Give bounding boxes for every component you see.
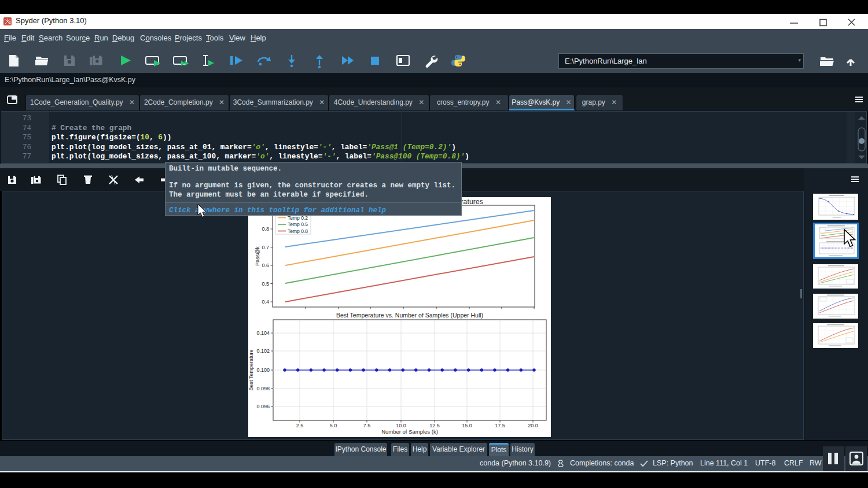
- svg-text:0.8: 0.8: [262, 226, 269, 232]
- svg-text:0.096: 0.096: [256, 404, 270, 409]
- svg-text:15.0: 15.0: [462, 423, 472, 428]
- svg-text:5.0: 5.0: [330, 423, 337, 428]
- svg-text:0.4: 0.4: [262, 299, 269, 305]
- svg-text:Number of Samples (k): Number of Samples (k): [381, 428, 438, 435]
- svg-text:Pass@k: Pass@k: [255, 246, 260, 266]
- svg-text:20.0: 20.0: [528, 423, 538, 428]
- svg-text:17.5: 17.5: [495, 423, 505, 428]
- svg-text:0.102: 0.102: [256, 348, 270, 354]
- svg-text:7.5: 7.5: [363, 423, 371, 428]
- svg-text:Temp 0.2: Temp 0.2: [288, 215, 308, 221]
- svg-text:Best Temperature vs. Number of: Best Temperature vs. Number of Samples (…: [336, 312, 483, 319]
- svg-text:Temp 0.5: Temp 0.5: [288, 221, 308, 227]
- svg-text:0.7: 0.7: [262, 245, 269, 250]
- svg-text:Temp 0.8: Temp 0.8: [288, 228, 308, 234]
- svg-text:Best Temperature: Best Temperature: [248, 350, 254, 391]
- svg-text:12.5: 12.5: [429, 423, 440, 428]
- svg-text:0.6: 0.6: [262, 263, 269, 268]
- svg-text:S: S: [9, 21, 12, 25]
- svg-text:0.098: 0.098: [256, 386, 270, 391]
- svg-text:10.0: 10.0: [396, 423, 406, 428]
- svg-text:0.100: 0.100: [256, 367, 270, 373]
- svg-text:2.5: 2.5: [296, 423, 304, 428]
- svg-text:0.104: 0.104: [256, 330, 270, 336]
- svg-text:0.5: 0.5: [262, 281, 269, 287]
